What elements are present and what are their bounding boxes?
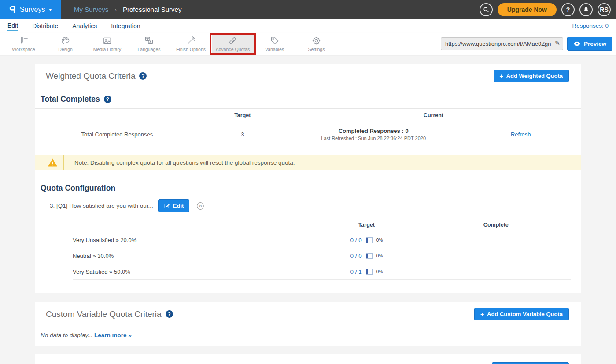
target-value: 3 — [199, 126, 286, 144]
toolbar-workspace[interactable]: Workspace — [3, 33, 44, 55]
remove-quota-icon[interactable]: ✕ — [197, 202, 204, 210]
toolbar-right: ✎ Preview — [441, 33, 613, 55]
quota-row-label: Very Unsatisfied » 20.0% — [73, 232, 312, 248]
completed-responses: Completed Responses : 0 — [339, 128, 409, 134]
toolbar-design-label: Design — [58, 47, 73, 52]
finish-options-icon — [186, 36, 196, 46]
toolbar-workspace-label: Workspace — [12, 47, 35, 52]
add-weighted-quota-label: Add Weighted Quota — [506, 73, 563, 79]
search-icon — [483, 6, 490, 13]
header-actions: Upgrade Now ? RS — [480, 3, 616, 16]
column-complete: Complete — [421, 218, 571, 232]
settings-icon — [311, 36, 321, 46]
edit-question-button[interactable]: Edit — [158, 199, 190, 212]
last-refreshed: Last Refreshed : Sun Jun 28 22:36:24 PDT… — [286, 136, 461, 141]
advance-quotas-icon — [228, 36, 238, 46]
column-target: Target — [199, 109, 286, 122]
tab-distribute[interactable]: Distribute — [32, 21, 58, 31]
languages-icon — [144, 36, 154, 46]
learn-more-link[interactable]: Learn more » — [94, 332, 132, 338]
custom-variable-quota-card: Custom Variable Quota Criteria ? + Add C… — [35, 302, 581, 346]
toolbar-media-library-label: Media Library — [93, 47, 122, 52]
quota-target-value: 0 / 0 — [350, 253, 361, 259]
add-custom-variable-quota-button[interactable]: + Add Custom Variable Quota — [474, 308, 569, 320]
caret-down-icon: ▾ — [49, 7, 52, 13]
toolbar-advance-quotas-label: Advance Quotas — [216, 47, 250, 52]
surveys-product-menu[interactable]: P Surveys ▾ — [0, 0, 61, 19]
variables-icon — [269, 36, 280, 46]
pencil-icon[interactable]: ✎ — [555, 40, 560, 47]
edit-toolbar: Workspace Design Media Library Languages… — [0, 33, 616, 55]
column-current: Current — [286, 109, 581, 122]
progress-bar — [366, 253, 373, 259]
quota-row: Neutral » 30.0% 0 / 0 0% — [73, 248, 571, 264]
survey-url-input[interactable] — [441, 37, 563, 50]
breadcrumb-current: Professional Survey — [123, 6, 181, 13]
quota-row: Very Satisfied » 50.0% 0 / 1 0% — [73, 264, 571, 280]
help-badge-icon[interactable]: ? — [104, 96, 111, 103]
toolbar-settings-label: Settings — [308, 47, 325, 52]
weighted-quota-title-text: Weighted Quota Criteria — [46, 71, 135, 81]
advanced-quota-card: Advanced Quota Control ? + Add Advanced … — [35, 354, 581, 364]
quota-question-row: 3. [Q1] How satisfied are you with our..… — [35, 193, 581, 212]
toolbar-settings[interactable]: Settings — [295, 33, 337, 55]
top-header: P Surveys ▾ My Surveys › Professional Su… — [0, 0, 616, 19]
tab-edit[interactable]: Edit — [7, 20, 18, 31]
quota-percent: 0% — [376, 269, 383, 274]
plus-icon: + — [480, 311, 484, 318]
breadcrumb-my-surveys[interactable]: My Surveys — [74, 6, 108, 13]
total-completes-title: Total Completes ? — [35, 88, 581, 108]
refresh-link[interactable]: Refresh — [511, 131, 531, 138]
design-icon — [60, 36, 70, 46]
note-text: Note: Disabling complex quota for all qu… — [74, 159, 295, 166]
toolbar-design[interactable]: Design — [44, 33, 86, 55]
search-button[interactable] — [480, 3, 493, 16]
add-custom-variable-quota-label: Add Custom Variable Quota — [487, 311, 563, 317]
media-library-icon — [102, 36, 112, 46]
user-avatar[interactable]: RS — [598, 3, 611, 16]
quota-row-label: Neutral » 30.0% — [73, 248, 312, 264]
total-completes-row: Total Completed Responses 3 Completed Re… — [35, 122, 581, 147]
toolbar-finish-options-label: Finish Options — [176, 47, 206, 52]
quota-row: Very Unsatisfied » 20.0% 0 / 0 0% — [73, 232, 571, 248]
quota-note-banner: Note: Disabling complex quota for all qu… — [35, 155, 581, 170]
question-label: 3. [Q1] How satisfied are you with our..… — [50, 202, 153, 209]
add-weighted-quota-button[interactable]: + Add Weighted Quota — [494, 70, 569, 82]
preview-button[interactable]: Preview — [567, 37, 612, 51]
custom-variable-title: Custom Variable Quota Criteria ? — [46, 309, 173, 319]
total-completes-title-text: Total Completes — [41, 95, 100, 104]
quota-configuration-title: Quota Configuration — [35, 170, 581, 193]
add-advanced-quota-button[interactable]: + Add Advanced Quota — [492, 362, 569, 364]
help-badge-icon[interactable]: ? — [166, 310, 173, 318]
help-badge-icon[interactable]: ? — [139, 72, 147, 80]
total-completed-label: Total Completed Responses — [35, 126, 199, 144]
quota-target-value: 0 / 1 — [350, 268, 361, 275]
toolbar-advance-quotas[interactable]: Advance Quotas — [212, 33, 254, 55]
warning-icon — [48, 158, 58, 167]
quota-target-value: 0 / 0 — [350, 237, 361, 243]
quota-table: Target Complete Very Unsatisfied » 20.0%… — [73, 218, 571, 293]
quota-percent: 0% — [376, 238, 383, 243]
toolbar-variables[interactable]: Variables — [254, 33, 295, 55]
toolbar-languages[interactable]: Languages — [128, 33, 170, 55]
total-completes-header-row: Target Current — [35, 108, 581, 122]
responses-count: Responses: 0 — [572, 22, 609, 29]
toolbar-media-library[interactable]: Media Library — [86, 33, 128, 55]
eye-icon — [573, 41, 581, 47]
workspace-icon — [18, 36, 29, 46]
quota-row-label: Very Satisfied » 50.0% — [73, 264, 312, 279]
weighted-quota-card: Weighted Quota Criteria ? + Add Weighted… — [35, 64, 581, 293]
help-button[interactable]: ? — [561, 3, 575, 16]
note-divider — [63, 155, 64, 170]
breadcrumb-separator-icon: › — [114, 6, 117, 13]
quota-percent: 0% — [376, 254, 383, 258]
product-name: Surveys — [20, 6, 45, 14]
tab-integration[interactable]: Integration — [111, 21, 140, 31]
custom-variable-title-text: Custom Variable Quota Criteria — [46, 309, 162, 319]
toolbar-finish-options[interactable]: Finish Options — [170, 33, 212, 55]
notifications-button[interactable] — [579, 3, 593, 16]
upgrade-now-button[interactable]: Upgrade Now — [498, 3, 557, 16]
current-value: Completed Responses : 0 Last Refreshed :… — [286, 122, 461, 147]
tab-analytics[interactable]: Analytics — [72, 21, 97, 31]
no-data-text: No data to display... — [41, 332, 92, 338]
